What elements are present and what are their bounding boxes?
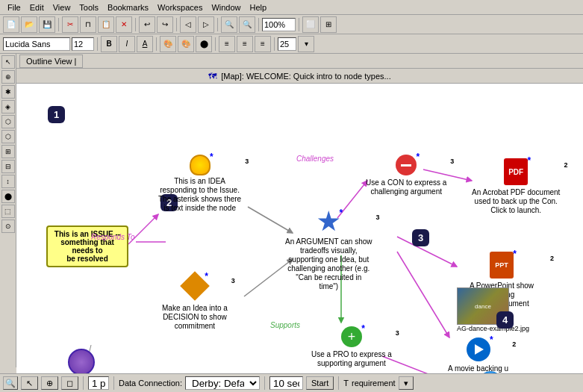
delete-btn[interactable]: ✕: [116, 16, 132, 33]
status-sep4: [338, 376, 339, 390]
acrobat-badge: 2: [564, 161, 567, 169]
tool2-btn[interactable]: ◻: [61, 376, 78, 390]
fwd-btn[interactable]: ▷: [198, 16, 214, 33]
data-connection-label: Data Connection:: [119, 379, 182, 388]
num-apply-btn[interactable]: ▾: [298, 36, 314, 52]
start-btn[interactable]: Start: [306, 376, 334, 390]
movie-node[interactable]: * 2 A movie backing u: [448, 337, 508, 373]
menu-file[interactable]: File: [3, 1, 25, 13]
sidebar-btn-8[interactable]: ⊟: [1, 160, 15, 173]
decision-label: Make an Idea into aDECISION to showcommi…: [162, 304, 228, 331]
bold-btn[interactable]: B: [101, 36, 117, 52]
back-btn[interactable]: ◁: [180, 16, 196, 33]
sidebar-btn-7[interactable]: ⊞: [1, 145, 15, 158]
sidebar-btn-1[interactable]: ↖: [1, 55, 15, 69]
linewidth-input[interactable]: [88, 376, 109, 390]
ppt-badge: 2: [550, 255, 554, 262]
color3-btn[interactable]: ⬤: [196, 36, 212, 52]
window-title-bar: 🗺 [Map]: WELCOME: Quick intro to node ty…: [16, 69, 583, 84]
menu-bookmarks[interactable]: Bookmarks: [103, 1, 153, 13]
con-badge: 3: [450, 158, 454, 165]
save-btn[interactable]: 💾: [39, 16, 55, 33]
movie-asterisk: *: [490, 335, 493, 345]
svg-line-9: [382, 356, 449, 373]
sep2: [135, 18, 136, 31]
argument-node[interactable]: * 3 An ARGUMENT can showtradeoffs visual…: [285, 211, 372, 291]
copy-btn[interactable]: ⊓: [80, 16, 96, 33]
ppt-asterisk: *: [513, 249, 517, 259]
pro-plus: +: [348, 330, 356, 343]
maps-node[interactable]: MAPS contain networks ofideas -- you're …: [37, 349, 125, 373]
acrobat-node[interactable]: PDF * 2 An Acrobat PDF documentused to b…: [472, 158, 560, 215]
zoom-out-btn[interactable]: 🔍: [239, 16, 255, 33]
color1-btn[interactable]: 🎨: [160, 36, 176, 52]
menu-help[interactable]: Help: [246, 1, 272, 13]
toolbar1: 📄 📂 💾 ✂ ⊓ 📋 ✕ ↩ ↪ ◁ ▷ 🔍 🔍 ⬜ ⊞: [0, 15, 583, 34]
num-input[interactable]: [278, 37, 296, 51]
sidebar-btn-5[interactable]: ⬡: [1, 115, 15, 128]
menu-workspaces[interactable]: Workspaces: [153, 1, 207, 13]
challenges-label: Challenges: [296, 155, 334, 163]
dance-image-node[interactable]: dance AG-dance-example2.jpg: [457, 287, 529, 332]
italic-btn[interactable]: I: [119, 36, 135, 52]
undo-btn[interactable]: ↩: [139, 16, 155, 33]
req-dropdown-btn[interactable]: ▾: [399, 376, 414, 390]
idea-icon: [190, 155, 211, 175]
new-btn[interactable]: 📄: [3, 16, 19, 33]
menu-edit[interactable]: Edit: [25, 1, 49, 13]
decision-node[interactable]: * 3 Make an Idea into aDECISION to showc…: [162, 274, 228, 331]
idea-node[interactable]: * 3 This is an IDEAresponding to the Iss…: [158, 155, 241, 213]
sidebar-btn-9[interactable]: ↕: [1, 175, 15, 188]
sep6: [299, 18, 299, 31]
status-sep2: [113, 376, 114, 390]
menu-window[interactable]: Window: [207, 1, 245, 13]
acrobat-label: An Acrobat PDF documentused to back up t…: [472, 188, 560, 215]
sidebar-btn-12[interactable]: ⊙: [1, 220, 15, 233]
font-input[interactable]: [3, 37, 70, 51]
zoom-status-btn[interactable]: 🔍: [3, 376, 18, 390]
align2-btn[interactable]: ≡: [237, 36, 253, 52]
node-4[interactable]: 4: [496, 311, 514, 329]
zoom-input[interactable]: [262, 18, 296, 31]
layout-btn[interactable]: ⊞: [320, 16, 337, 33]
con-node[interactable]: * 3 Use a CON to express achallenging ar…: [366, 155, 446, 196]
menu-tools[interactable]: Tools: [75, 1, 103, 13]
zoom-in-btn[interactable]: 🔍: [221, 16, 237, 33]
node-3-label: 3: [412, 229, 429, 246]
movie-badge: 2: [512, 340, 516, 348]
decision-badge: 3: [231, 277, 235, 284]
paste-btn[interactable]: 📋: [98, 16, 114, 33]
sidebar-btn-11[interactable]: ⬚: [1, 205, 15, 218]
menu-view[interactable]: View: [49, 1, 75, 13]
sidebar-btn-10[interactable]: ⬤: [1, 190, 15, 203]
underline-btn[interactable]: A: [137, 36, 153, 52]
sep8: [156, 37, 157, 51]
color2-btn[interactable]: 🎨: [178, 36, 194, 52]
issue-node[interactable]: This is an ISSUE --something that needs …: [46, 225, 128, 267]
fit-btn[interactable]: ⬜: [302, 16, 319, 33]
select-btn[interactable]: ↖: [21, 376, 38, 390]
align3-btn[interactable]: ≡: [255, 36, 271, 52]
node-3[interactable]: 3: [412, 229, 429, 246]
dance-img-text: dance: [475, 303, 491, 310]
cut-btn[interactable]: ✂: [62, 16, 78, 33]
node-4-label: 4: [496, 311, 514, 329]
node-1[interactable]: 1: [48, 106, 65, 123]
sidebar-btn-4[interactable]: ◈: [1, 100, 15, 113]
time-input[interactable]: [269, 376, 303, 390]
acrobat-icon: PDF: [504, 158, 528, 185]
align1-btn[interactable]: ≡: [219, 36, 235, 52]
open-btn[interactable]: 📂: [21, 16, 37, 33]
redo-btn[interactable]: ↪: [157, 16, 173, 33]
sep5: [258, 18, 259, 31]
tool1-btn[interactable]: ⊕: [41, 376, 58, 390]
size-input[interactable]: [72, 37, 94, 51]
outline-view-tab[interactable]: Outline View |: [19, 55, 83, 68]
sidebar-btn-2[interactable]: ⊕: [1, 70, 15, 84]
sidebar-btn-6[interactable]: ⬡: [1, 130, 15, 143]
svg-line-8: [397, 252, 449, 337]
data-connection-select[interactable]: Derby: Default: [185, 376, 260, 390]
toolbar2: B I A 🎨 🎨 ⬤ ≡ ≡ ≡ ▾: [0, 34, 583, 54]
pro-node[interactable]: + * 3 Use a PRO to express asupporting a…: [311, 326, 392, 368]
sidebar-btn-3[interactable]: ✱: [1, 85, 15, 99]
